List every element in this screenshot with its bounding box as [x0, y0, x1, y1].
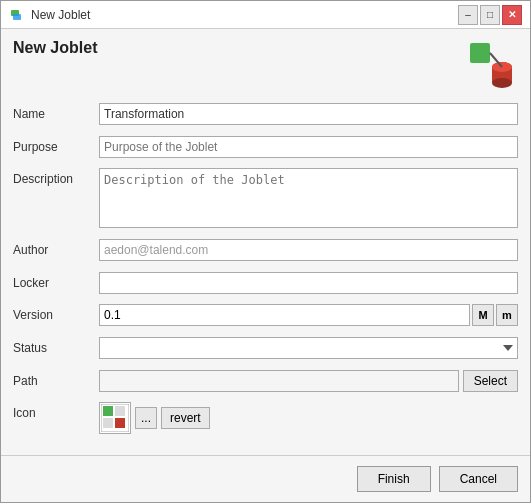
minimize-button[interactable]: – [458, 5, 478, 25]
new-joblet-window: New Joblet – □ ✕ New Joblet [0, 0, 531, 503]
icon-browse-button[interactable]: ... [135, 407, 157, 429]
status-select[interactable] [99, 337, 518, 359]
select-button[interactable]: Select [463, 370, 518, 392]
locker-label: Locker [13, 272, 93, 290]
name-input[interactable] [99, 103, 518, 125]
description-textarea[interactable] [99, 168, 518, 228]
locker-input[interactable] [99, 272, 518, 294]
window-icon [9, 7, 25, 23]
title-bar-buttons: – □ ✕ [458, 5, 522, 25]
svg-rect-12 [115, 418, 125, 428]
version-major-button[interactable]: M [472, 304, 494, 326]
version-label: Version [13, 304, 93, 322]
svg-point-5 [492, 78, 512, 88]
author-label: Author [13, 239, 93, 257]
icon-row: ... revert [99, 402, 518, 434]
finish-button[interactable]: Finish [357, 466, 431, 492]
svg-rect-1 [13, 14, 21, 20]
title-bar-text: New Joblet [31, 8, 458, 22]
version-row: M m [99, 304, 518, 326]
path-label: Path [13, 370, 93, 388]
svg-rect-11 [103, 418, 113, 428]
status-label: Status [13, 337, 93, 355]
name-label: Name [13, 103, 93, 121]
version-input[interactable] [99, 304, 470, 326]
footer: Finish Cancel [1, 455, 530, 502]
icon-label: Icon [13, 402, 93, 420]
author-input[interactable] [99, 239, 518, 261]
path-input[interactable] [99, 370, 459, 392]
window-body: New Joblet Name [1, 29, 530, 451]
window-title: New Joblet [13, 39, 97, 57]
title-bar: New Joblet – □ ✕ [1, 1, 530, 29]
header-row: New Joblet [13, 39, 518, 91]
purpose-input[interactable] [99, 136, 518, 158]
revert-button[interactable]: revert [161, 407, 210, 429]
maximize-button[interactable]: □ [480, 5, 500, 25]
joblet-graphic-icon [466, 39, 518, 91]
icon-preview [99, 402, 131, 434]
close-button[interactable]: ✕ [502, 5, 522, 25]
svg-rect-9 [103, 406, 113, 416]
cancel-button[interactable]: Cancel [439, 466, 518, 492]
purpose-label: Purpose [13, 136, 93, 154]
version-minor-button[interactable]: m [496, 304, 518, 326]
svg-rect-10 [115, 406, 125, 416]
form-grid: Name Purpose Description Author Locker V… [13, 103, 518, 441]
path-row: Select [99, 370, 518, 392]
svg-rect-2 [470, 43, 490, 63]
description-label: Description [13, 168, 93, 186]
